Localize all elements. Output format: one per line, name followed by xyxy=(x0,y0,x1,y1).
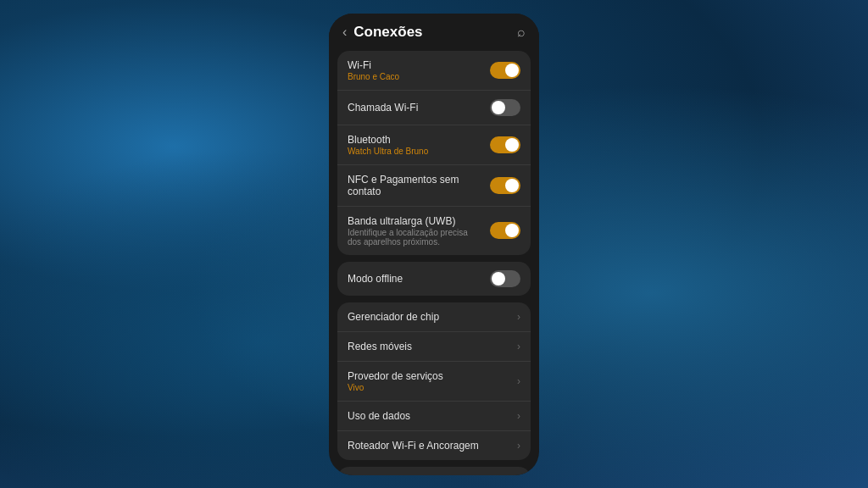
list-item[interactable]: Wi-Fi Bruno e Caco xyxy=(337,51,531,91)
chamada-wifi-toggle[interactable] xyxy=(490,99,520,116)
modo-offline-label: Modo offline xyxy=(348,273,483,285)
nfc-label: NFC e Pagamentos sem contato xyxy=(348,174,483,197)
chevron-right-icon: › xyxy=(517,375,520,387)
wifi-toggle[interactable] xyxy=(490,62,520,79)
uwb-toggle[interactable] xyxy=(490,222,520,239)
back-button[interactable]: ‹ xyxy=(342,25,347,40)
more-settings-card: Mais configurações de conexão › xyxy=(337,467,531,475)
list-item[interactable]: Roteador Wi-Fi e Ancoragem › xyxy=(337,431,531,460)
provedor-sublabel: Vivo xyxy=(348,383,510,392)
list-item[interactable]: Gerenciador de chip › xyxy=(337,302,531,332)
network-card: Gerenciador de chip › Redes móveis › Pro… xyxy=(337,302,531,460)
roteador-label: Roteador Wi-Fi e Ancoragem xyxy=(348,440,479,452)
list-item[interactable]: Mais configurações de conexão › xyxy=(337,467,531,475)
offline-mode-card: Modo offline xyxy=(337,262,531,296)
wifi-label: Wi-Fi xyxy=(348,59,483,71)
uwb-sublabel: Identifique a localização precisa dos ap… xyxy=(348,228,483,247)
connectivity-card: Wi-Fi Bruno e Caco Chamada Wi-Fi xyxy=(337,51,531,255)
chevron-right-icon: › xyxy=(517,341,520,352)
page-title: Conexões xyxy=(353,24,422,41)
chevron-right-icon: › xyxy=(517,410,520,422)
gerenciador-chip-label: Gerenciador de chip xyxy=(348,311,439,323)
list-item[interactable]: Banda ultralarga (UWB) Identifique a loc… xyxy=(337,207,531,255)
list-item[interactable]: NFC e Pagamentos sem contato xyxy=(337,165,531,207)
list-item[interactable]: Modo offline xyxy=(337,262,531,296)
page-header: ‹ Conexões ⌕ xyxy=(329,14,539,47)
chevron-right-icon: › xyxy=(517,311,520,323)
uwb-label: Banda ultralarga (UWB) xyxy=(348,215,483,227)
list-item[interactable]: Redes móveis › xyxy=(337,332,531,362)
chamada-wifi-label: Chamada Wi-Fi xyxy=(348,102,483,114)
phone-screen: ‹ Conexões ⌕ Wi-Fi Bruno e Caco Chamada … xyxy=(329,14,539,475)
redes-moveis-label: Redes móveis xyxy=(348,341,412,352)
list-item[interactable]: Chamada Wi-Fi xyxy=(337,91,531,125)
nfc-toggle[interactable] xyxy=(490,177,520,194)
bluetooth-sublabel: Watch Ultra de Bruno xyxy=(348,147,483,156)
list-item[interactable]: Uso de dados › xyxy=(337,402,531,431)
bluetooth-toggle[interactable] xyxy=(490,136,520,153)
settings-scroll[interactable]: Wi-Fi Bruno e Caco Chamada Wi-Fi xyxy=(329,47,539,475)
wifi-sublabel: Bruno e Caco xyxy=(348,72,483,81)
bluetooth-label: Bluetooth xyxy=(348,134,483,146)
list-item[interactable]: Provedor de serviços Vivo › xyxy=(337,362,531,402)
uso-dados-label: Uso de dados xyxy=(348,410,410,422)
search-icon[interactable]: ⌕ xyxy=(517,25,526,40)
list-item[interactable]: Bluetooth Watch Ultra de Bruno xyxy=(337,125,531,165)
chevron-right-icon: › xyxy=(517,440,520,452)
modo-offline-toggle[interactable] xyxy=(490,270,520,287)
provedor-label: Provedor de serviços xyxy=(348,370,510,382)
